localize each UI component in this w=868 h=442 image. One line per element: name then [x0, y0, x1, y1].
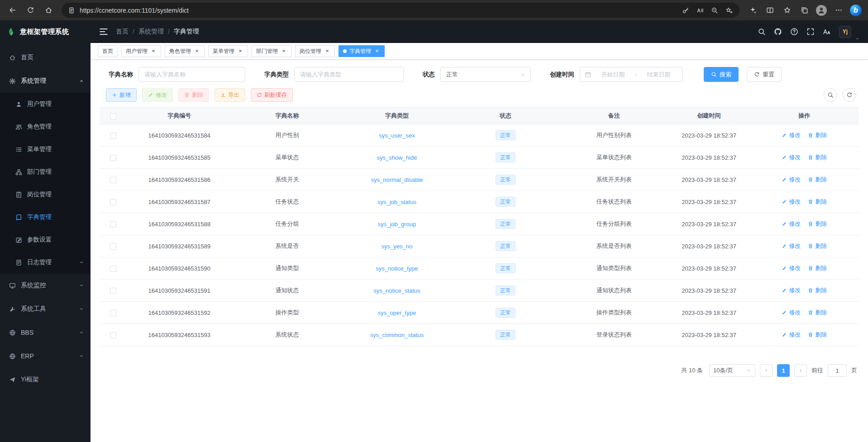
browser-home-button[interactable] — [41, 3, 56, 18]
user-menu-caret-icon[interactable] — [855, 36, 860, 41]
page-1-button[interactable]: 1 — [777, 364, 790, 377]
page-size-select[interactable]: 10条/页 — [709, 364, 755, 377]
delete-action[interactable]: 删除 — [808, 242, 827, 250]
dict-type-link[interactable]: sys_yes_no — [382, 243, 413, 250]
edit-action[interactable]: 修改 — [782, 264, 801, 272]
sidebar-item-user[interactable]: 用户管理 — [0, 93, 91, 115]
close-icon[interactable]: × — [150, 48, 157, 54]
search-button[interactable] — [757, 27, 767, 37]
more-button[interactable] — [831, 3, 846, 18]
edit-action[interactable]: 修改 — [782, 331, 801, 339]
dict-type-link[interactable]: sys_oper_type — [378, 309, 416, 316]
dict-type-link[interactable]: sys_show_hide — [377, 154, 417, 161]
tab-dict[interactable]: 字典管理× — [339, 45, 385, 57]
fullscreen-button[interactable] — [806, 27, 816, 37]
edit-action[interactable]: 修改 — [782, 153, 801, 162]
date-range-picker[interactable]: 开始日期 - 结束日期 — [580, 67, 683, 82]
delete-button[interactable]: 删除 — [178, 88, 209, 102]
row-checkbox[interactable] — [110, 266, 116, 272]
refresh-table-button[interactable] — [843, 88, 856, 102]
app-logo[interactable]: 意框架管理系统 — [0, 20, 91, 43]
edit-action[interactable]: 修改 — [782, 131, 801, 139]
dict-type-link[interactable]: sys_notice_status — [373, 287, 420, 294]
reset-button[interactable]: 重置 — [747, 67, 782, 82]
edit-action[interactable]: 修改 — [782, 198, 801, 206]
edit-action[interactable]: 修改 — [782, 242, 801, 250]
favorites-button[interactable] — [779, 3, 795, 18]
dict-type-link[interactable]: sys_job_status — [377, 199, 416, 205]
copilot-button[interactable] — [745, 3, 760, 18]
sidebar-item-yiframe[interactable]: Yi框架 — [0, 368, 91, 391]
user-logo[interactable]: Yj — [839, 26, 851, 38]
delete-action[interactable]: 删除 — [808, 131, 827, 139]
browser-back-button[interactable] — [5, 3, 20, 18]
dict-type-link[interactable]: sys_common_status — [370, 332, 424, 338]
hamburger-icon[interactable] — [99, 27, 109, 37]
sidebar-item-dict[interactable]: 字典管理 — [0, 206, 91, 228]
dict-type-input[interactable] — [294, 67, 404, 82]
question-button[interactable] — [789, 27, 799, 37]
delete-action[interactable]: 删除 — [808, 153, 827, 162]
split-screen-button[interactable] — [762, 3, 777, 18]
row-checkbox[interactable] — [110, 332, 116, 338]
close-icon[interactable]: × — [374, 48, 380, 54]
edit-action[interactable]: 修改 — [782, 309, 801, 317]
dict-type-link[interactable]: sys_job_group — [378, 221, 416, 228]
tab-menu[interactable]: 菜单管理× — [208, 45, 248, 57]
sidebar-item-post[interactable]: 岗位管理 — [0, 183, 91, 206]
edit-action[interactable]: 修改 — [782, 286, 801, 295]
next-page-button[interactable] — [794, 364, 807, 377]
row-checkbox[interactable] — [110, 155, 116, 161]
search-button[interactable]: 搜索 — [704, 67, 739, 82]
breadcrumb-item[interactable]: 首页 — [116, 28, 129, 36]
delete-action[interactable]: 删除 — [808, 176, 827, 184]
edit-action[interactable]: 修改 — [782, 176, 801, 184]
delete-action[interactable]: 删除 — [808, 264, 827, 272]
delete-action[interactable]: 删除 — [808, 331, 827, 339]
font-size-button[interactable] — [822, 27, 832, 37]
delete-action[interactable]: 删除 — [808, 309, 827, 317]
prev-page-button[interactable] — [760, 364, 773, 377]
status-select[interactable]: 正常 — [440, 67, 531, 82]
row-checkbox[interactable] — [110, 177, 116, 183]
breadcrumb-item[interactable]: 系统管理 — [138, 28, 164, 36]
edit-button[interactable]: 修改 — [142, 88, 173, 102]
export-button[interactable]: 导出 — [215, 88, 245, 102]
row-checkbox[interactable] — [110, 243, 116, 250]
delete-action[interactable]: 删除 — [808, 220, 827, 228]
sidebar-item-dept[interactable]: 部门管理 — [0, 161, 91, 183]
close-icon[interactable]: × — [194, 48, 200, 54]
row-checkbox[interactable] — [110, 310, 116, 316]
bing-button[interactable]: b — [848, 3, 863, 18]
read-aloud-button[interactable] — [693, 4, 707, 17]
add-button[interactable]: 新增 — [106, 88, 137, 102]
sidebar-item-system[interactable]: 系统管理 — [0, 69, 91, 93]
page-info-area[interactable] — [68, 7, 75, 14]
dict-type-link[interactable]: sys_normal_disable — [371, 176, 423, 183]
close-icon[interactable]: × — [237, 48, 243, 54]
dict-type-link[interactable]: sys_user_sex — [379, 132, 415, 139]
browser-refresh-button[interactable] — [23, 3, 38, 18]
delete-action[interactable]: 删除 — [808, 286, 827, 295]
sidebar-item-erp[interactable]: ERP — [0, 344, 91, 368]
sidebar-item-bbs[interactable]: BBS — [0, 321, 91, 344]
tab-dept[interactable]: 部门管理× — [252, 45, 291, 57]
tab-post[interactable]: 岗位管理× — [295, 45, 335, 57]
row-checkbox[interactable] — [110, 133, 116, 139]
sidebar-item-monitor[interactable]: 系统监控 — [0, 274, 91, 297]
address-bar[interactable]: https://ccnetcore.com:1101/system/dict — [62, 3, 739, 18]
favorite-add-button[interactable] — [722, 4, 736, 17]
row-checkbox[interactable] — [110, 288, 116, 294]
delete-action[interactable]: 删除 — [808, 198, 827, 206]
goto-page-input[interactable] — [828, 364, 847, 377]
sidebar-item-log[interactable]: 日志管理 — [0, 251, 91, 274]
url-text[interactable]: https://ccnetcore.com:1101/system/dict — [80, 7, 679, 14]
toggle-search-button[interactable] — [824, 88, 837, 102]
sidebar-item-role[interactable]: 角色管理 — [0, 115, 91, 138]
sidebar-item-tool[interactable]: 系统工具 — [0, 297, 91, 321]
edit-action[interactable]: 修改 — [782, 220, 801, 228]
close-icon[interactable]: × — [281, 48, 287, 54]
github-button[interactable] — [773, 27, 783, 37]
key-button[interactable] — [679, 4, 692, 17]
select-all-checkbox[interactable] — [110, 113, 116, 119]
